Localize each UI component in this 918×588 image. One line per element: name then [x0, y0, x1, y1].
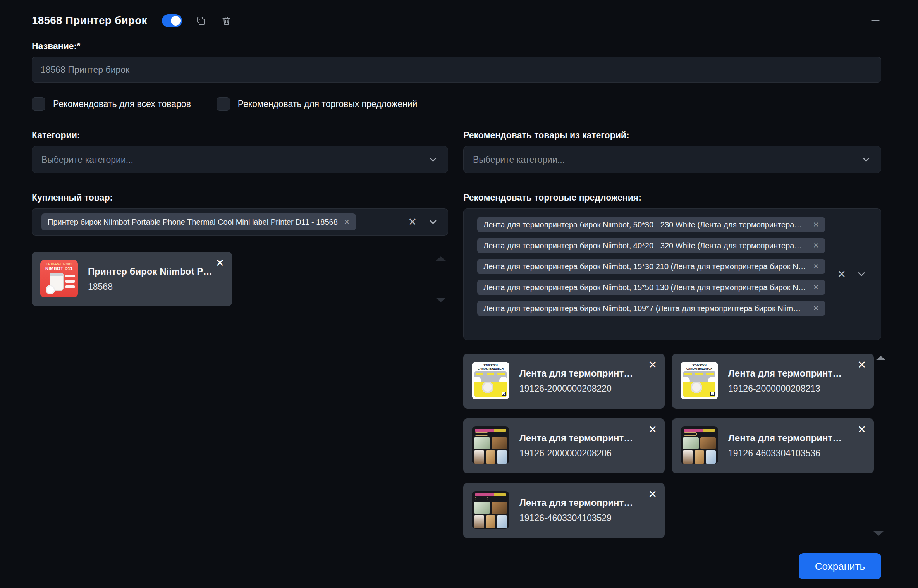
remove-tag-icon[interactable]: ✕	[808, 262, 819, 271]
card-body: Лента для термопринтера би… 19126-200000…	[519, 433, 636, 459]
product-image	[472, 426, 509, 464]
scroll-down-icon[interactable]	[873, 531, 884, 536]
checkbox-box[interactable]	[217, 97, 230, 111]
close-icon[interactable]: ✕	[648, 489, 657, 500]
purchased-tag[interactable]: Принтер бирок Niimbot Portable Phone The…	[41, 213, 356, 230]
decor	[474, 450, 507, 464]
recommend-offers-label: Рекомендовать торговые предложения:	[463, 193, 881, 203]
recommend-offers-multiselect[interactable]: Лента для термопринтера бирок Niimbot, 5…	[463, 208, 881, 340]
card-body: Лента для термопринтера би… 19126-460330…	[519, 497, 636, 523]
card-title: Лента для термопринтера би…	[728, 433, 844, 444]
card-code: 18568	[88, 282, 216, 292]
product-image: ЭТИКЕТКИ САМОКЛЕЯЩИЕСЯ ✓	[681, 362, 718, 399]
form-columns: Категории: Выберите категории... Купленн…	[32, 130, 881, 579]
decor	[475, 432, 488, 436]
purchased-tag-text: Принтер бирок Niimbot Portable Phone The…	[48, 218, 338, 227]
close-icon[interactable]: ✕	[857, 360, 866, 370]
recommend-categories-section: Рекомендовать товары из категорий: Выбер…	[463, 130, 881, 173]
offer-tag[interactable]: Лента для термопринтера бирок Niimbot, 1…	[477, 301, 825, 316]
image-caption: ЭТИКЕТКИ САМОКЛЕЯЩИЕСЯ	[681, 364, 718, 370]
recommend-categories-label: Рекомендовать товары из категорий:	[463, 130, 881, 141]
card-title: Принтер бирок Niimbot Portab…	[88, 266, 216, 277]
list-scroll-arrows	[433, 252, 448, 306]
close-icon[interactable]: ✕	[215, 258, 224, 268]
image-caption: ЭТИКЕТКИ САМОКЛЕЯЩИЕСЯ	[472, 364, 509, 370]
decor	[487, 373, 494, 375]
remove-tag-icon[interactable]: ✕	[808, 283, 819, 292]
active-toggle[interactable]	[162, 14, 182, 27]
card-code: 19126-4603304103529	[519, 513, 636, 523]
checkbox-recommend-all-products[interactable]: Рекомендовать для всех товаров	[32, 97, 191, 111]
decor	[474, 437, 507, 449]
scroll-down-icon[interactable]	[436, 298, 446, 302]
card-code: 19126-2000000208213	[728, 383, 844, 394]
categories-select[interactable]: Выберите категории...	[32, 146, 448, 173]
image-caption: НЕ ТРЕБУЕТ ЧЕРНИЛ	[40, 263, 78, 265]
close-icon[interactable]: ✕	[648, 360, 657, 370]
chevron-down-icon[interactable]	[428, 154, 438, 165]
trash-icon[interactable]	[220, 14, 233, 27]
product-recommendation-modal: 18568 Принтер бирок Название:* Рекомендо…	[0, 0, 918, 588]
offer-tag-text: Лента для термопринтера бирок Niimbot, 1…	[483, 262, 806, 271]
checkbox-label: Рекомендовать для всех товаров	[53, 99, 191, 109]
purchased-product-card: НЕ ТРЕБУЕТ ЧЕРНИЛ NIMBOT D11 Принтер бир…	[32, 252, 232, 306]
purchased-section: Купленный товар: Принтер бирок Niimbot P…	[32, 193, 448, 306]
close-icon[interactable]: ✕	[648, 425, 657, 435]
decor	[497, 373, 505, 375]
clear-select-icon[interactable]: ✕	[837, 269, 846, 280]
categories-label: Категории:	[32, 130, 448, 141]
offer-tag[interactable]: Лента для термопринтера бирок Niimbot, 5…	[477, 217, 825, 232]
remove-tag-icon[interactable]: ✕	[808, 304, 819, 313]
multiselect-controls: ✕	[837, 269, 867, 280]
page-title: 18568 Принтер бирок	[32, 14, 147, 27]
recommend-categories-select[interactable]: Выберите категории...	[463, 146, 881, 173]
chevron-down-icon[interactable]	[428, 217, 438, 227]
offer-card: ЭТИКЕТКИ САМОКЛЕЯЩИЕСЯ ✓ Лента для термо…	[463, 354, 665, 409]
card-title: Лента для термопринтера би…	[519, 368, 636, 379]
label-roll-shape	[46, 285, 55, 294]
offer-tag[interactable]: Лента для термопринтера бирок Niimbot, 4…	[477, 238, 825, 253]
chevron-down-icon[interactable]	[861, 154, 872, 165]
name-input[interactable]	[32, 57, 881, 83]
offer-tag[interactable]: Лента для термопринтера бирок Niimbot, 1…	[477, 259, 825, 274]
image-caption: NIMBOT D11	[40, 266, 78, 271]
purchased-select[interactable]: Принтер бирок Niimbot Portable Phone The…	[32, 208, 448, 236]
save-button[interactable]: Сохранить	[799, 553, 881, 579]
decor	[683, 437, 716, 449]
clear-select-icon[interactable]: ✕	[408, 217, 417, 227]
card-title: Лента для термопринтера би…	[519, 497, 636, 508]
remove-tag-icon[interactable]: ✕	[808, 220, 819, 229]
decor	[706, 373, 714, 375]
decor	[684, 432, 697, 436]
product-image: ЭТИКЕТКИ САМОКЛЕЯЩИЕСЯ ✓	[472, 362, 509, 399]
decor: ✓	[710, 392, 715, 396]
offer-tag[interactable]: Лента для термопринтера бирок Niimbot, 1…	[477, 280, 825, 295]
name-section: Название:*	[32, 41, 881, 83]
decor: ✓	[502, 392, 506, 396]
remove-tag-icon[interactable]: ✕	[808, 241, 819, 250]
scroll-up-icon[interactable]	[436, 256, 446, 261]
chevron-down-icon[interactable]	[856, 269, 867, 280]
product-image: НЕ ТРЕБУЕТ ЧЕРНИЛ NIMBOT D11	[40, 260, 78, 297]
remove-tag-icon[interactable]: ✕	[344, 218, 350, 226]
categories-section: Категории: Выберите категории...	[32, 130, 448, 173]
toggle-knob	[171, 16, 181, 26]
product-image	[472, 491, 509, 529]
decor	[474, 502, 507, 514]
decor	[475, 429, 506, 432]
card-body: Принтер бирок Niimbot Portab… 18568	[88, 266, 216, 292]
copy-icon[interactable]	[194, 14, 208, 27]
name-label: Название:*	[32, 41, 881, 52]
minimize-icon[interactable]	[870, 15, 881, 26]
recommended-cards-grid: ЭТИКЕТКИ САМОКЛЕЯЩИЕСЯ ✓ Лента для термо…	[463, 354, 881, 538]
card-title: Лента для термопринтера би…	[728, 368, 844, 379]
product-image	[681, 426, 718, 464]
checkbox-box[interactable]	[32, 97, 45, 111]
close-icon[interactable]: ✕	[857, 425, 866, 435]
checkbox-recommend-trade-offers[interactable]: Рекомендовать для торговых предложений	[217, 97, 418, 111]
offer-tag-text: Лента для термопринтера бирок Niimbot, 5…	[483, 220, 802, 229]
scroll-up-icon[interactable]	[876, 356, 886, 360]
modal-header: 18568 Принтер бирок	[32, 14, 881, 27]
offer-tag-text: Лента для термопринтера бирок Niimbot, 1…	[483, 283, 806, 292]
right-column: Рекомендовать товары из категорий: Выбер…	[463, 130, 881, 579]
